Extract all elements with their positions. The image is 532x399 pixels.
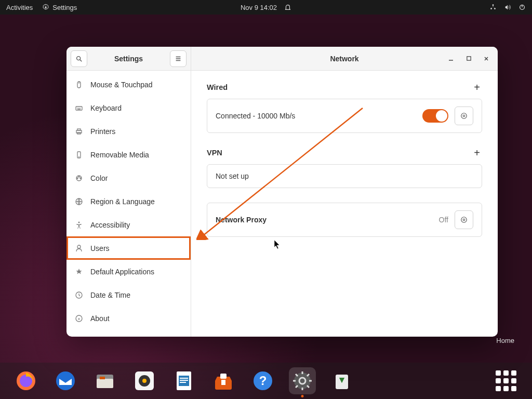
dock: ? (0, 363, 532, 399)
search-icon (75, 55, 83, 62)
printer-icon (75, 127, 83, 136)
svg-point-22 (463, 115, 465, 117)
svg-text:?: ? (259, 374, 267, 388)
dock-show-apps[interactable] (493, 367, 520, 394)
add-wired-button[interactable]: + (472, 82, 482, 92)
maximize-button[interactable] (461, 51, 476, 66)
proxy-status: Off (439, 216, 448, 224)
svg-point-0 (45, 6, 47, 8)
svg-rect-9 (77, 129, 81, 130)
sidebar-item-user[interactable]: Users (66, 236, 191, 260)
desktop-home-label[interactable]: Home (496, 337, 514, 344)
top-bar: Activities Settings Nov 9 14:02 (0, 0, 532, 15)
sidebar-item-keyboard[interactable]: Keyboard (66, 96, 191, 119)
dock-libreoffice[interactable] (170, 367, 197, 394)
proxy-settings-button[interactable] (455, 210, 473, 229)
current-app-label: Settings (52, 4, 77, 11)
page-title: Network (330, 55, 358, 63)
svg-rect-40 (180, 382, 186, 383)
menu-button[interactable] (170, 50, 187, 67)
clock-icon (75, 291, 83, 299)
svg-point-17 (78, 221, 80, 223)
main-header: Network (191, 47, 498, 71)
bell-icon[interactable] (284, 4, 291, 11)
svg-rect-32 (100, 377, 105, 379)
wired-status-label: Connected - 10000 Mb/s (216, 112, 416, 120)
sidebar-item-info[interactable]: About (66, 307, 191, 330)
sidebar-item-star[interactable]: Default Applications (66, 260, 191, 283)
sidebar-header: Settings (66, 47, 191, 71)
info-icon (75, 314, 83, 323)
close-button[interactable] (479, 51, 494, 66)
dock-trash[interactable] (328, 367, 355, 394)
power-icon[interactable] (518, 4, 526, 11)
sidebar-list: Mouse & TouchpadKeyboardPrintersRemovabl… (66, 71, 191, 337)
sidebar-item-label: Date & Time (90, 291, 130, 299)
content-area: Wired + Connected - 10000 Mb/s VPN + Not… (191, 71, 498, 337)
media-icon (75, 151, 83, 159)
activities-button[interactable]: Activities (6, 4, 33, 11)
svg-point-13 (78, 176, 79, 177)
settings-window: Settings Mouse & TouchpadKeyboardPrinter… (66, 47, 498, 337)
sidebar-item-accessibility[interactable]: Accessibility (66, 213, 191, 236)
dock-settings[interactable] (289, 367, 316, 394)
svg-rect-31 (97, 379, 113, 388)
sidebar-item-mouse[interactable]: Mouse & Touchpad (66, 73, 191, 96)
svg-rect-41 (220, 374, 227, 379)
svg-point-29 (56, 371, 75, 390)
sidebar-item-printer[interactable]: Printers (66, 119, 191, 143)
main-panel: Network Wired + Connected - 10000 Mb/s V… (191, 47, 498, 337)
sidebar-item-label: Removable Media (90, 151, 149, 159)
hamburger-icon (175, 55, 182, 62)
wired-toggle[interactable] (422, 109, 448, 123)
globe-icon (75, 197, 83, 206)
sidebar-item-label: Mouse & Touchpad (90, 81, 153, 89)
search-button[interactable] (71, 50, 87, 67)
star-icon (75, 268, 83, 276)
dock-thunderbird[interactable] (52, 367, 79, 394)
proxy-title: Network Proxy (216, 216, 433, 224)
keyboard-icon (75, 104, 83, 112)
sidebar-item-label: Accessibility (90, 221, 130, 229)
dock-help[interactable]: ? (249, 367, 276, 394)
vpn-section-title: VPN (207, 149, 222, 157)
network-icon[interactable] (489, 4, 497, 11)
svg-rect-42 (221, 380, 225, 385)
minimize-button[interactable] (444, 51, 458, 66)
svg-rect-38 (180, 378, 188, 379)
dock-firefox[interactable] (12, 367, 39, 394)
dock-files[interactable] (91, 367, 118, 394)
sidebar-item-clock[interactable]: Date & Time (66, 283, 191, 307)
gear-icon (460, 216, 468, 223)
sidebar-item-label: About (90, 314, 110, 323)
svg-point-14 (80, 178, 81, 179)
svg-point-24 (463, 219, 465, 221)
vpn-status-label: Not set up (216, 172, 473, 180)
sidebar-title: Settings (90, 55, 167, 63)
wired-settings-button[interactable] (455, 107, 473, 125)
current-app-indicator[interactable]: Settings (42, 4, 77, 11)
vpn-row[interactable]: Not set up (207, 164, 482, 188)
proxy-row[interactable]: Network Proxy Off (207, 203, 482, 237)
wired-connection-row[interactable]: Connected - 10000 Mb/s (207, 99, 482, 133)
sidebar-item-label: Default Applications (90, 268, 154, 276)
dock-rhythmbox[interactable] (131, 367, 158, 394)
gear-icon (42, 4, 49, 11)
clock[interactable]: Nov 9 14:02 (241, 4, 277, 11)
sidebar-item-media[interactable]: Removable Media (66, 143, 191, 166)
svg-point-15 (77, 178, 78, 179)
gear-icon (460, 112, 468, 119)
sidebar-item-label: Region & Language (90, 197, 155, 206)
accessibility-icon (75, 221, 83, 229)
grid-icon (496, 370, 516, 391)
wired-section-title: Wired (207, 83, 228, 91)
svg-point-5 (77, 56, 81, 60)
sidebar-item-color[interactable]: Color (66, 166, 191, 190)
add-vpn-button[interactable]: + (472, 148, 482, 158)
mouse-icon (75, 81, 83, 89)
user-icon (75, 244, 83, 252)
volume-icon[interactable] (504, 4, 511, 11)
sidebar-item-globe[interactable]: Region & Language (66, 190, 191, 213)
dock-software[interactable] (210, 367, 237, 394)
color-icon (75, 174, 83, 182)
